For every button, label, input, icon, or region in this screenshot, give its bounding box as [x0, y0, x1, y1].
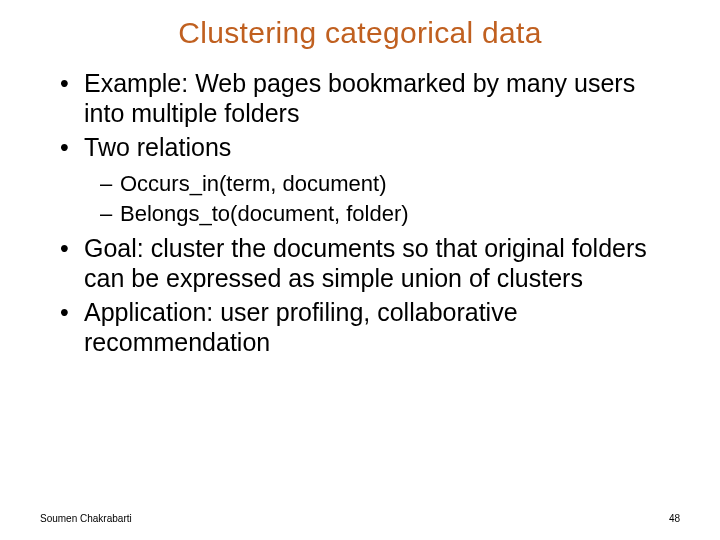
bullet-item: Two relations Occurs_in(term, document) … [70, 132, 680, 227]
bullet-text: Two relations [84, 133, 231, 161]
footer-page-number: 48 [669, 513, 680, 524]
bullet-item: Goal: cluster the documents so that orig… [70, 233, 680, 293]
bullet-item: Example: Web pages bookmarked by many us… [70, 68, 680, 128]
slide: Clustering categorical data Example: Web… [0, 0, 720, 540]
sub-bullet-item: Occurs_in(term, document) [106, 170, 680, 198]
sub-bullet-item: Belongs_to(document, folder) [106, 200, 680, 228]
slide-title: Clustering categorical data [40, 16, 680, 50]
sub-bullet-list: Occurs_in(term, document) Belongs_to(doc… [84, 170, 680, 227]
bullet-item: Application: user profiling, collaborati… [70, 297, 680, 357]
footer-author: Soumen Chakrabarti [40, 513, 132, 524]
bullet-list: Example: Web pages bookmarked by many us… [40, 68, 680, 357]
